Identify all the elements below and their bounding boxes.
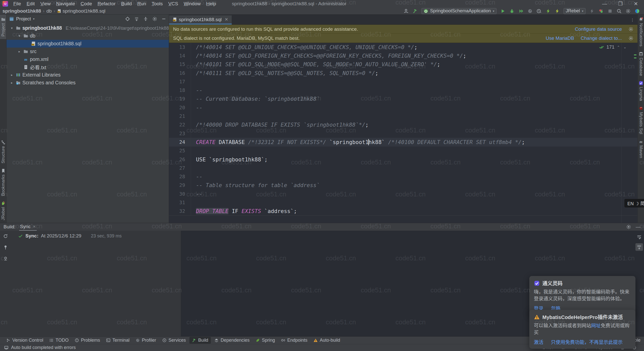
jrebel-select[interactable]: JRebel▾ [564,8,586,14]
change-dialect-link[interactable]: Change dialect to... [581,36,622,41]
tool-tab-notifications[interactable]: Notifications [638,15,643,49]
toolwindow-button-auto-build[interactable]: Auto-build [311,337,343,344]
menu-help[interactable]: Help [204,0,219,7]
menu-window[interactable]: Window [181,0,204,7]
coverage-icon[interactable] [518,8,524,14]
menu-code[interactable]: Code [78,0,95,7]
next-problem-icon[interactable]: ⌄ [623,45,626,49]
toolwindow-button-spring[interactable]: Spring [253,337,277,344]
tool-tab-structure[interactable]: Structure [1,137,6,166]
toolwindow-button-todo[interactable]: TODO [47,337,71,344]
menu-navigate[interactable]: Navigate [53,0,78,7]
tree-item-springboot1hk88[interactable]: ▾springboot1hk88E:\releaseComp\24-10\9\4… [7,24,169,32]
debug-button-icon[interactable] [509,8,515,14]
mybatis-url-link[interactable]: 网址 [591,323,601,328]
project-title-dropdown-icon[interactable]: ▾ [33,17,34,21]
tab-options-icon[interactable]: ⋮ [627,18,637,24]
pin-icon[interactable] [3,245,8,250]
menu-file[interactable]: File [11,0,24,7]
jrebel-run-icon[interactable] [545,8,551,14]
tree-item-pom.xml[interactable]: mpom.xml [7,55,169,63]
locate-icon[interactable] [3,256,8,261]
use-mariadb-link[interactable]: Use MariaDB [546,36,574,41]
project-tree[interactable]: ▾springboot1hk88E:\releaseComp\24-10\9\4… [7,23,169,87]
tool-tab-jrebel[interactable]: JRebel [1,198,6,223]
tool-tab-maven[interactable]: mMaven [638,137,643,161]
panel-gear-icon[interactable] [152,16,157,21]
code-editor[interactable]: 13/*!40014 SET @OLD_UNIQUE_CHECKS=@@UNIQ… [169,43,637,223]
tree-item-external-libraries[interactable]: ▸External Libraries [7,71,169,79]
toolwindow-button-version-control[interactable]: Version Control [4,337,46,344]
user-icon[interactable] [403,8,409,14]
tree-chevron-icon[interactable]: ▾ [10,26,14,30]
plugin-status-icon[interactable] [598,8,604,14]
tree-item-springboot1hk88.sql[interactable]: SQLspringboot1hk88.sql [7,40,169,48]
soft-wrap-icon[interactable] [635,233,643,241]
tree-item-src[interactable]: ▸src [7,48,169,55]
tool-tab-bookmarks[interactable]: Bookmarks [1,166,6,198]
menu-vcs[interactable]: VCS [166,0,181,7]
tool-tab-project[interactable]: Project [0,15,6,39]
banner-gear-icon[interactable] [628,36,633,41]
expand-all-icon[interactable] [134,16,139,21]
build-tree[interactable]: Sync: At 2025/12/6 12:29 23 sec, 939 ms [11,231,181,336]
menu-tools[interactable]: Tools [149,0,166,7]
build-hammer-icon[interactable] [412,8,418,14]
build-gear-icon[interactable] [626,224,631,229]
collapse-all-icon[interactable] [143,16,148,21]
mybatis-activate-link[interactable]: 激活 [534,338,543,345]
scroll-to-end-icon[interactable] [635,243,643,251]
breadcrumb-item[interactable]: springboot1hk88 [3,8,41,14]
tool-tab-lingma[interactable]: Lingma [638,78,643,103]
minimize-button[interactable]: — [602,1,607,6]
menu-run[interactable]: Run [135,0,149,7]
database-icon [639,52,643,56]
inspections-widget[interactable]: 171 ⌃⌄ [599,44,626,50]
mybatis-free-link[interactable]: 只使用免费功能，不再显示此提示 [551,338,623,345]
locate-file-icon[interactable] [125,16,130,21]
tree-item-scratches-and-consoles[interactable]: ▸Scratches and Consoles [7,79,169,87]
build-tab-sync[interactable]: Sync✕ [19,223,37,231]
tool-tab-database[interactable]: Database [638,49,643,79]
tree-chevron-icon[interactable]: ▾ [17,34,22,38]
profiler-icon[interactable] [527,8,533,14]
menu-refactor[interactable]: Refactor [95,0,118,7]
banner-gear-icon[interactable] [628,27,633,32]
menu-view[interactable]: View [37,0,53,7]
breadcrumb-item[interactable]: db [46,8,52,14]
breadcrumb-item[interactable]: SQLspringboot1hk88.sql [57,8,105,14]
build-tab-close-icon[interactable]: ✕ [33,224,36,229]
toolwindow-button-problems[interactable]: Problems [72,337,103,344]
settings-gear-icon[interactable] [625,8,631,14]
tree-chevron-icon[interactable]: ▸ [10,81,14,85]
search-everywhere-icon[interactable] [616,8,622,14]
hide-panel-icon[interactable] [161,16,166,21]
editor-tab[interactable]: SQL springboot1hk88.sql ✕ [169,15,232,24]
toolwindow-button-endpoints[interactable]: Endpoints [278,337,310,344]
configure-datasource-link[interactable]: Configure data source [575,26,622,32]
run-button-icon[interactable] [500,8,506,14]
build-hide-icon[interactable]: — [636,224,640,230]
tree-item-db[interactable]: ▾db [7,32,169,40]
tree-chevron-icon[interactable]: ▸ [17,50,22,53]
menu-build[interactable]: Build [118,0,135,7]
menu-edit[interactable]: Edit [24,0,38,7]
prev-problem-icon[interactable]: ⌃ [617,45,620,49]
toolwindow-button-terminal[interactable]: Terminal [104,337,132,344]
toolwindow-toggle-icon[interactable] [4,345,9,350]
toolwindow-button-build[interactable]: Build [189,337,211,344]
run-history-icon[interactable] [536,8,542,14]
toolwindow-button-dependencies[interactable]: Dependencies [212,337,252,344]
restore-button[interactable]: ❐ [618,1,623,6]
lingma-toolbar-icon[interactable] [634,8,640,14]
tab-close-icon[interactable]: ✕ [225,17,228,22]
toolwindow-button-profiler[interactable]: Profiler [133,337,159,344]
run-configuration-select[interactable]: SpringbootSchemaApplication▾ [421,8,497,14]
rerun-sync-icon[interactable] [3,234,8,239]
tree-item--.txt[interactable]: 必看.txt [7,63,169,71]
close-button[interactable]: ✕ [634,1,638,6]
tree-chevron-icon[interactable]: ▸ [10,73,14,77]
jrebel-debug-icon[interactable] [554,8,560,14]
toolwindow-button-services[interactable]: Services [160,337,188,344]
tool-tab-mybatis-sql[interactable]: Mybatis Sql [638,103,643,137]
